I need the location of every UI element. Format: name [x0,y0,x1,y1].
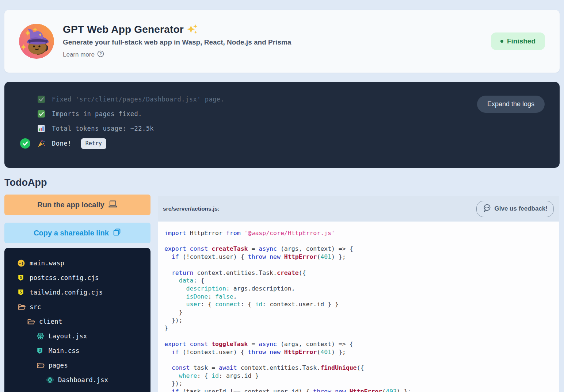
file-tree-item-layout-jsx[interactable]: Layout.jsx [4,329,146,343]
file-tree-label: pages [49,362,68,369]
file-tree-item-client[interactable]: client [4,314,146,329]
copy-icon [113,228,121,238]
file-tree-label: Main.css [49,347,79,354]
give-feedback-button[interactable]: Give us feedback! [476,201,554,217]
file-tree-item-dashboard-jsx[interactable]: Dashboard.jsx [4,373,146,387]
log-line: Total tokens usage: ~22.5k [20,121,545,136]
svg-text:S: S [20,276,22,280]
file-tree-item-pages[interactable]: pages [4,358,146,373]
file-tree-label: postcss.config.cjs [30,274,99,281]
file-tree-label: tailwind.config.cjs [30,289,103,296]
status-badge: Finished [491,32,545,50]
expand-logs-button[interactable]: Expand the logs [477,96,545,113]
react-file-icon [37,332,45,340]
copy-shareable-link-button[interactable]: Copy a shareable link [4,223,150,243]
config-file-icon: S [18,274,24,281]
main-content: Run the app locally Copy a shareable lin… [4,195,559,392]
generation-log-panel: Fixed 'src/client/pages/Dashboard.jsx' p… [4,82,560,168]
svg-text:S: S [20,290,22,294]
log-line-text: Fixed 'src/client/pages/Dashboard.jsx' p… [52,96,224,103]
retry-button[interactable]: Retry [81,138,106,149]
bar-chart-icon [37,124,45,132]
code-scroll-area[interactable]: import HttpError from '@wasp/core/HttpEr… [158,222,559,392]
file-tree-item-postcss-config-cjs[interactable]: Spostcss.config.cjs [4,270,146,285]
react-file-icon [46,376,54,384]
file-tree-label: Layout.jsx [49,333,87,340]
header-card: GPT Web App Generator Generate your full… [4,10,560,73]
folder-open-icon [18,303,26,311]
sparkles-icon [187,23,198,36]
wasp-file-icon: =} [18,260,25,267]
file-tree-label: client [39,318,62,325]
check-square-icon [37,95,45,103]
page-title: GPT Web App Generator [63,24,184,35]
svg-text:=}: =} [19,261,23,266]
log-line: Done!Retry [20,136,545,151]
question-circle-icon: ? [97,50,104,59]
file-tree-label: Dashboard.jsx [58,376,108,384]
app-name-title: TodoApp [4,177,564,188]
log-line: Imports in pages fixed. [20,107,545,121]
learn-more-link[interactable]: Learn more ? [63,50,104,59]
code-header: src/server/actions.js: Give us feedback! [158,196,559,222]
folder-open-icon [37,361,45,369]
party-popper-icon [37,139,45,147]
file-tree-label: src [30,303,41,311]
wizard-bee-avatar [19,24,54,59]
css-file-icon: 3 [37,347,43,354]
log-line-text: Imports in pages fixed. [52,110,142,118]
page-subtitle: Generate your full-stack web app in Wasp… [63,38,291,46]
svg-text:?: ? [99,51,102,56]
log-line: Fixed 'src/client/pages/Dashboard.jsx' p… [20,92,545,107]
status-dot [500,40,503,43]
file-tree-item-tailwind-config-cjs[interactable]: Stailwind.config.cjs [4,285,146,300]
file-tree-item-main-wasp[interactable]: =}main.wasp [4,256,146,270]
run-app-locally-button[interactable]: Run the app locally [4,195,150,215]
folder-open-icon [27,318,35,326]
svg-text:3: 3 [39,349,41,353]
success-check-icon [20,138,30,149]
laptop-icon [108,200,118,210]
log-line-text: Total tokens usage: ~22.5k [52,125,154,132]
file-tree-label: main.wasp [30,260,64,267]
sidebar: Run the app locally Copy a shareable lin… [4,195,150,392]
config-file-icon: S [18,289,24,296]
check-square-icon [37,110,45,118]
code-panel: src/server/actions.js: Give us feedback!… [158,196,559,392]
log-line-text: Done! [52,140,72,147]
file-tree-item-main-css[interactable]: 3Main.css [4,343,146,358]
file-tree: =}main.waspSpostcss.config.cjsStailwind.… [4,248,150,392]
code-filename: src/server/actions.js: [163,205,220,212]
log-lines: Fixed 'src/client/pages/Dashboard.jsx' p… [20,92,545,151]
code-content: import HttpError from '@wasp/core/HttpEr… [164,230,411,392]
speech-bubble-icon [483,204,491,214]
file-tree-item-src[interactable]: src [4,300,146,314]
